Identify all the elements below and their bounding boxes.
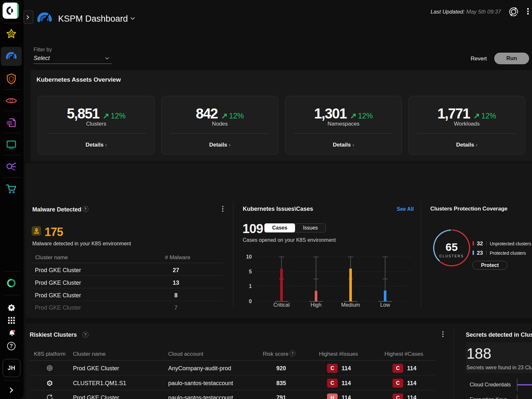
- svg-text:Critical: Critical: [273, 302, 290, 308]
- svg-text:5: 5: [249, 269, 252, 274]
- svg-text:65: 65: [445, 241, 458, 253]
- svg-text:1: 1: [249, 283, 252, 289]
- svg-text:Low: Low: [380, 302, 390, 308]
- svg-text:CLUSTERS: CLUSTERS: [439, 254, 464, 258]
- svg-text:K: K: [49, 382, 51, 384]
- svg-text:High: High: [311, 302, 322, 308]
- svg-text:0: 0: [249, 299, 252, 304]
- svg-text:Medium: Medium: [341, 302, 360, 308]
- svg-text:10: 10: [246, 254, 252, 260]
